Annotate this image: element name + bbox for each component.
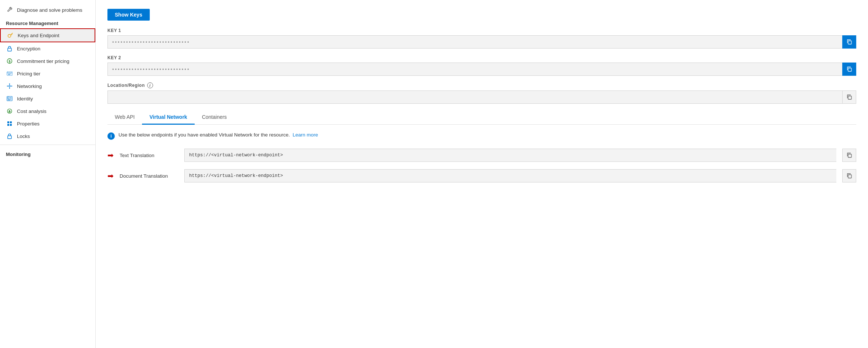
svg-point-17 [11, 86, 12, 86]
sidebar-item-label: Encryption [17, 46, 40, 52]
arrow-right-icon2: ➡ [107, 171, 114, 180]
sidebar-item-commitment-tier-pricing[interactable]: $ Commitment tier pricing [0, 55, 95, 67]
svg-rect-31 [10, 124, 12, 126]
sidebar-item-properties[interactable]: Properties [0, 117, 95, 130]
lock-icon [6, 46, 13, 52]
monitoring-header: Monitoring [0, 147, 95, 159]
circle-dollar-icon: $ [6, 58, 13, 64]
sidebar-item-diagnose[interactable]: Diagnose and solve problems [0, 4, 95, 16]
svg-rect-36 [848, 154, 851, 157]
text-translation-input[interactable] [184, 149, 836, 162]
info-banner: i Use the below endpoints if you have en… [107, 132, 856, 140]
main-content: Show Keys KEY 1 KEY 2 Location/Region i [96, 0, 868, 348]
svg-rect-21 [8, 97, 9, 99]
svg-rect-29 [7, 124, 9, 126]
svg-rect-4 [8, 48, 11, 51]
svg-point-16 [7, 86, 8, 86]
location-input[interactable] [107, 90, 842, 104]
sidebar-item-keys-and-endpoint[interactable]: Keys and Endpoint [0, 28, 95, 42]
sidebar-divider [0, 145, 95, 145]
key2-copy-button[interactable] [842, 63, 856, 76]
sidebar-item-identity[interactable]: Identity [0, 92, 95, 105]
document-translation-input[interactable] [184, 169, 836, 182]
tab-virtual-network[interactable]: Virtual Network [142, 110, 194, 125]
svg-rect-28 [7, 121, 9, 123]
lock2-icon [6, 133, 13, 139]
svg-rect-35 [848, 96, 851, 99]
svg-rect-37 [848, 175, 851, 178]
key1-label: KEY 1 [107, 28, 856, 33]
document-translation-label: Document Translation [120, 173, 178, 179]
svg-text:$: $ [9, 60, 11, 63]
sidebar-item-label: Pricing tier [17, 71, 40, 77]
sidebar-item-label: Properties [17, 121, 40, 127]
document-translation-copy-button[interactable] [842, 169, 856, 182]
text-translation-row: ➡ Text Translation [107, 149, 856, 162]
svg-point-18 [9, 84, 10, 84]
pricing-icon [6, 71, 13, 77]
sidebar-item-label: Keys and Endpoint [18, 33, 59, 38]
tab-web-api[interactable]: Web API [107, 110, 142, 125]
sidebar-item-label: Identity [17, 96, 33, 102]
location-label-row: Location/Region i [107, 82, 856, 88]
text-translation-label: Text Translation [120, 153, 178, 158]
key2-input[interactable] [107, 63, 842, 76]
key1-copy-button[interactable] [842, 35, 856, 49]
diagnose-label: Diagnose and solve problems [17, 7, 82, 13]
sidebar-item-label: Commitment tier pricing [17, 58, 70, 64]
show-keys-button[interactable]: Show Keys [107, 9, 150, 21]
sidebar-item-cost-analysis[interactable]: $ Cost analysis [0, 105, 95, 117]
location-field-row [107, 90, 856, 104]
sidebar-item-networking[interactable]: Networking [0, 80, 95, 92]
sidebar-item-label: Locks [17, 134, 30, 139]
location-label: Location/Region [107, 83, 145, 88]
sidebar-item-label: Networking [17, 84, 42, 89]
svg-line-3 [11, 35, 12, 35]
cost-icon: $ [6, 108, 13, 114]
wrench-icon [6, 7, 13, 13]
key1-field-row [107, 35, 856, 49]
arrow-right-icon: ➡ [107, 151, 114, 160]
properties-icon [6, 121, 13, 127]
learn-more-link[interactable]: Learn more [293, 132, 318, 138]
text-translation-copy-button[interactable] [842, 149, 856, 162]
endpoint-tabs: Web API Virtual Network Containers [107, 110, 856, 125]
info-text: Use the below endpoints if you have enab… [118, 132, 318, 138]
location-copy-button[interactable] [842, 90, 856, 104]
svg-line-2 [12, 34, 13, 35]
resource-management-header: Resource Management [0, 16, 95, 28]
sidebar: Diagnose and solve problems Resource Man… [0, 0, 96, 348]
svg-rect-33 [848, 41, 851, 44]
sidebar-item-encryption[interactable]: Encryption [0, 42, 95, 55]
svg-rect-30 [10, 121, 12, 123]
key2-label: KEY 2 [107, 55, 856, 60]
identity-icon [6, 96, 13, 102]
svg-rect-32 [8, 136, 11, 139]
key-icon [7, 32, 14, 38]
svg-rect-34 [848, 68, 851, 71]
svg-point-19 [9, 88, 10, 89]
sidebar-item-pricing-tier[interactable]: Pricing tier [0, 67, 95, 80]
network-icon [6, 83, 13, 89]
info-icon: i [147, 82, 153, 88]
key2-field-row [107, 63, 856, 76]
info-circle-icon: i [107, 132, 115, 140]
key1-input[interactable] [107, 35, 842, 49]
svg-point-11 [9, 85, 10, 87]
tab-containers[interactable]: Containers [195, 110, 234, 125]
document-translation-row: ➡ Document Translation [107, 169, 856, 182]
sidebar-item-label: Cost analysis [17, 109, 46, 114]
sidebar-item-locks[interactable]: Locks [0, 130, 95, 142]
